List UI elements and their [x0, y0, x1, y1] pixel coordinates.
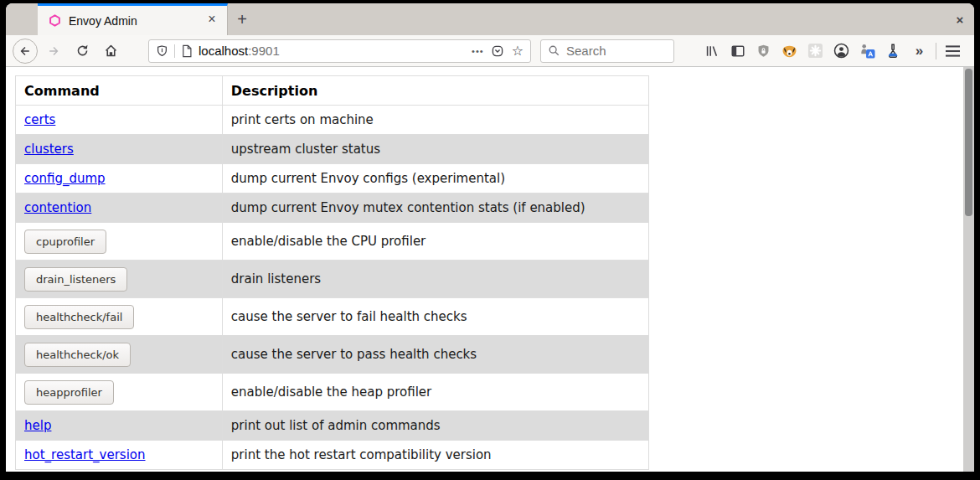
- command-button-heapprofiler[interactable]: heapprofiler: [24, 380, 114, 405]
- home-icon: [104, 44, 118, 58]
- shield-lock-extension-icon[interactable]: [750, 39, 776, 64]
- command-button-healthcheck-fail[interactable]: healthcheck/fail: [24, 305, 134, 329]
- command-button-drain-listeners[interactable]: drain_listeners: [24, 267, 127, 292]
- description-cell: upstream cluster status: [222, 135, 648, 164]
- command-button-cpuprofiler[interactable]: cpuprofiler: [24, 230, 106, 254]
- toolbar-right-icons: »: [699, 39, 966, 64]
- description-cell: print out list of admin commands: [222, 411, 648, 441]
- table-header-row: Command Description: [16, 76, 649, 106]
- search-bar[interactable]: [540, 39, 674, 63]
- tab-envoy-admin[interactable]: Envoy Admin ×: [38, 3, 228, 35]
- browser-window: Envoy Admin × + ×: [6, 3, 974, 472]
- titlebar-drag-area: [256, 3, 946, 35]
- table-row-config-dump: config_dump dump current Envoy configs (…: [16, 164, 649, 194]
- reload-button[interactable]: [70, 39, 95, 64]
- admin-commands-table: Command Description certs print certs on…: [15, 75, 649, 470]
- sidebar-toggle-icon[interactable]: [725, 39, 750, 64]
- flask-experiments-icon[interactable]: [880, 39, 906, 64]
- table-row-drain-listeners: drain_listeners drain listeners: [16, 261, 649, 298]
- description-cell: print the hot restart compatibility vers…: [222, 441, 648, 470]
- description-cell: dump current Envoy configs (experimental…: [222, 164, 648, 194]
- search-icon: [548, 44, 560, 57]
- table-row-help: help print out list of admin commands: [16, 411, 649, 441]
- home-button[interactable]: [98, 39, 123, 64]
- description-cell: enable/disable the heap profiler: [222, 374, 648, 411]
- back-button[interactable]: [13, 39, 38, 64]
- description-cell: print certs on machine: [222, 106, 648, 135]
- command-link-help[interactable]: help: [24, 418, 51, 433]
- disabled-grid-extension-icon[interactable]: [802, 39, 828, 64]
- command-link-config-dump[interactable]: config_dump: [24, 171, 106, 186]
- back-icon: [18, 44, 32, 58]
- command-button-healthcheck-ok[interactable]: healthcheck/ok: [24, 343, 131, 367]
- tracking-protection-shield-icon[interactable]: [156, 44, 168, 58]
- table-row-healthcheck-fail: healthcheck/fail cause the server to fai…: [16, 298, 649, 336]
- tab-bar: Envoy Admin × + ×: [6, 3, 974, 35]
- url-text[interactable]: localhost:9901: [199, 44, 465, 58]
- tab-close-icon[interactable]: ×: [204, 13, 220, 29]
- window-close-button[interactable]: ×: [946, 3, 974, 35]
- titlebar-spacer: [6, 3, 38, 35]
- table-row-certs: certs print certs on machine: [16, 106, 649, 135]
- command-link-hot-restart-version[interactable]: hot_restart_version: [24, 447, 146, 462]
- privacy-badger-extension-icon[interactable]: [776, 39, 802, 64]
- command-link-certs[interactable]: certs: [24, 112, 55, 127]
- envoy-favicon-icon: [49, 14, 61, 27]
- column-header-command: Command: [16, 76, 223, 106]
- page-file-icon[interactable]: [181, 44, 193, 58]
- table-row-contention: contention dump current Envoy mutex cont…: [16, 194, 649, 223]
- url-port: :9901: [248, 44, 280, 58]
- navigation-toolbar: localhost:9901 ••• ☆: [6, 35, 974, 67]
- tab-title: Envoy Admin: [69, 14, 204, 28]
- command-link-clusters[interactable]: clusters: [24, 142, 74, 157]
- overflow-chevron-icon[interactable]: »: [906, 39, 932, 64]
- translate-extension-icon[interactable]: [854, 39, 880, 64]
- url-host: localhost: [199, 44, 248, 58]
- new-tab-button[interactable]: +: [228, 3, 256, 35]
- description-cell: enable/disable the CPU profiler: [222, 223, 648, 261]
- toolbar-separator: [936, 43, 936, 59]
- description-cell: dump current Envoy mutex contention stat…: [222, 194, 648, 223]
- table-row-hot-restart-version: hot_restart_version print the hot restar…: [16, 441, 649, 470]
- pocket-icon[interactable]: [491, 44, 504, 58]
- page-actions-icon[interactable]: •••: [472, 46, 484, 56]
- table-row-heapprofiler: heapprofiler enable/disable the heap pro…: [16, 374, 649, 411]
- hamburger-menu-icon[interactable]: [940, 39, 966, 64]
- description-cell: cause the server to fail health checks: [222, 298, 648, 336]
- scrollbar-track[interactable]: [963, 67, 974, 472]
- account-circle-icon[interactable]: [828, 39, 854, 64]
- table-row-healthcheck-ok: healthcheck/ok cause the server to pass …: [16, 336, 649, 374]
- reload-icon: [75, 44, 90, 58]
- forward-button: [41, 39, 66, 64]
- page-content: Command Description certs print certs on…: [6, 67, 974, 472]
- column-header-description: Description: [222, 76, 648, 106]
- search-input[interactable]: [566, 44, 658, 58]
- library-icon[interactable]: [699, 39, 725, 64]
- forward-icon: [47, 44, 60, 58]
- description-cell: cause the server to pass health checks: [222, 336, 648, 374]
- url-bar[interactable]: localhost:9901 ••• ☆: [148, 39, 531, 63]
- scrollbar-thumb[interactable]: [965, 69, 972, 216]
- description-cell: drain listeners: [222, 261, 648, 298]
- command-link-contention[interactable]: contention: [24, 200, 91, 215]
- urlbar-separator: [174, 44, 175, 58]
- bookmark-star-icon[interactable]: ☆: [512, 43, 524, 59]
- table-row-cpuprofiler: cpuprofiler enable/disable the CPU profi…: [16, 223, 649, 261]
- table-row-clusters: clusters upstream cluster status: [16, 135, 649, 164]
